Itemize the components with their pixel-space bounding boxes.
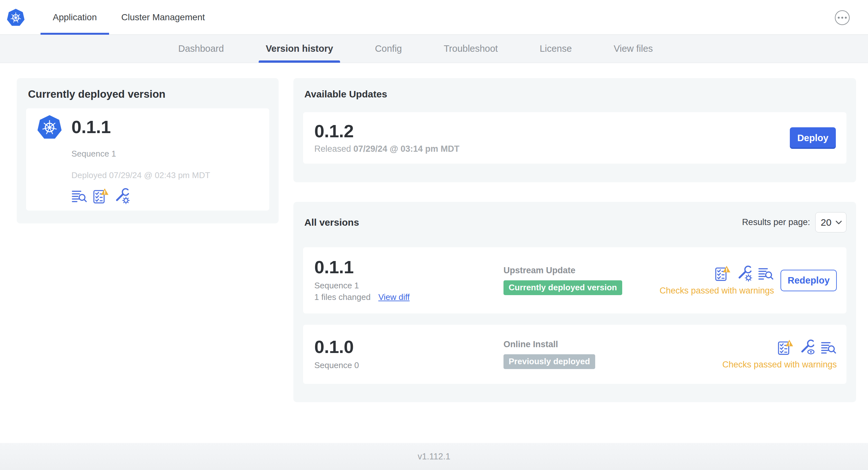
results-per-page-label: Results per page: xyxy=(742,217,810,227)
deploy-button[interactable]: Deploy xyxy=(790,127,836,149)
currently-deployed-title: Currently deployed version xyxy=(28,89,269,100)
version-row: 0.1.0 Sequence 0 Online Install Previous… xyxy=(303,325,846,384)
app-subnav: Dashboard Version history Config Trouble… xyxy=(0,35,868,63)
ellipsis-dot xyxy=(845,17,847,19)
preflight-status-text: Checks passed with warnings xyxy=(722,360,837,369)
deployed-timestamp: Deployed 07/29/24 @ 02:43 pm MDT xyxy=(71,170,261,180)
row-version-number: 0.1.0 xyxy=(314,338,503,356)
admin-console-page: Application Cluster Management Dashboard… xyxy=(0,0,868,470)
tab-license[interactable]: License xyxy=(532,35,579,63)
results-per-page-select[interactable]: 20 xyxy=(815,212,846,232)
tab-license-label: License xyxy=(539,43,572,54)
released-date: 07/29/24 @ 03:14 pm MDT xyxy=(353,144,459,154)
available-update-row: 0.1.2 Released 07/29/24 @ 03:14 pm MDT D… xyxy=(303,112,846,164)
tab-version-history-label: Version history xyxy=(266,43,333,54)
deployed-version-number: 0.1.1 xyxy=(71,118,111,136)
preflight-status-text: Checks passed with warnings xyxy=(659,286,774,296)
released-prefix: Released xyxy=(314,144,351,154)
tab-dashboard[interactable]: Dashboard xyxy=(171,35,231,63)
update-released-line: Released 07/29/24 @ 03:14 pm MDT xyxy=(314,144,459,154)
available-updates-title: Available Updates xyxy=(304,89,846,100)
tab-troubleshoot[interactable]: Troubleshoot xyxy=(437,35,505,63)
row-source: Upstream Update xyxy=(503,266,659,275)
redeploy-button[interactable]: Redeploy xyxy=(780,270,837,291)
preflight-checks-icon[interactable] xyxy=(92,188,109,204)
row-sequence: Sequence 1 xyxy=(314,280,359,291)
tab-cluster-management-label: Cluster Management xyxy=(121,12,205,23)
status-badge: Previously deployed xyxy=(503,354,595,369)
deployed-sequence: Sequence 1 xyxy=(71,149,261,159)
row-version-number: 0.1.1 xyxy=(314,258,503,276)
tab-cluster-management[interactable]: Cluster Management xyxy=(109,0,217,34)
preflight-checks-icon[interactable] xyxy=(777,339,794,356)
header-tabs: Application Cluster Management xyxy=(40,0,217,34)
tab-config[interactable]: Config xyxy=(368,35,409,63)
main-area: Currently deployed version 0.1.1 Sequenc… xyxy=(0,63,868,443)
tab-application-label: Application xyxy=(53,12,97,23)
tab-version-history[interactable]: Version history xyxy=(259,35,340,63)
app-kubernetes-icon xyxy=(37,114,62,140)
logs-icon[interactable] xyxy=(71,188,88,204)
top-header: Application Cluster Management xyxy=(0,0,868,35)
tab-application[interactable]: Application xyxy=(40,0,109,34)
view-diff-link[interactable]: View diff xyxy=(378,292,409,303)
currently-deployed-card: Currently deployed version 0.1.1 Sequenc… xyxy=(17,78,279,224)
kubernetes-logo xyxy=(6,8,25,27)
update-version-number: 0.1.2 xyxy=(314,122,459,140)
tab-view-files-label: View files xyxy=(614,43,653,54)
edit-config-icon[interactable] xyxy=(114,188,130,204)
all-versions-title: All versions xyxy=(304,217,359,228)
logs-icon[interactable] xyxy=(821,339,837,356)
version-row: 0.1.1 Sequence 1 1 files changed View di… xyxy=(303,247,846,313)
ellipsis-dot xyxy=(838,17,840,19)
tab-view-files[interactable]: View files xyxy=(607,35,660,63)
logs-icon[interactable] xyxy=(758,266,774,281)
row-files-changed: 1 files changed xyxy=(314,292,371,303)
edit-config-icon[interactable] xyxy=(736,266,752,281)
tab-config-label: Config xyxy=(375,43,402,54)
ellipsis-dot xyxy=(841,17,843,19)
tab-dashboard-label: Dashboard xyxy=(178,43,224,54)
page-footer: v1.112.1 xyxy=(0,443,868,470)
results-per-page-value: 20 xyxy=(821,217,831,228)
console-version: v1.112.1 xyxy=(417,452,451,462)
ellipsis-icon[interactable] xyxy=(835,10,850,25)
view-config-icon[interactable] xyxy=(799,339,815,356)
currently-deployed-version-panel: 0.1.1 Sequence 1 Deployed 07/29/24 @ 02:… xyxy=(26,108,269,210)
status-badge: Currently deployed version xyxy=(503,280,622,295)
all-versions-card: All versions Results per page: 20 xyxy=(293,202,856,402)
tab-troubleshoot-label: Troubleshoot xyxy=(444,43,498,54)
chevron-down-icon xyxy=(836,221,842,224)
available-updates-card: Available Updates 0.1.2 Released 07/29/2… xyxy=(293,78,856,182)
row-sequence: Sequence 0 xyxy=(314,360,359,371)
preflight-checks-icon[interactable] xyxy=(714,266,731,281)
row-source: Online Install xyxy=(503,339,722,349)
